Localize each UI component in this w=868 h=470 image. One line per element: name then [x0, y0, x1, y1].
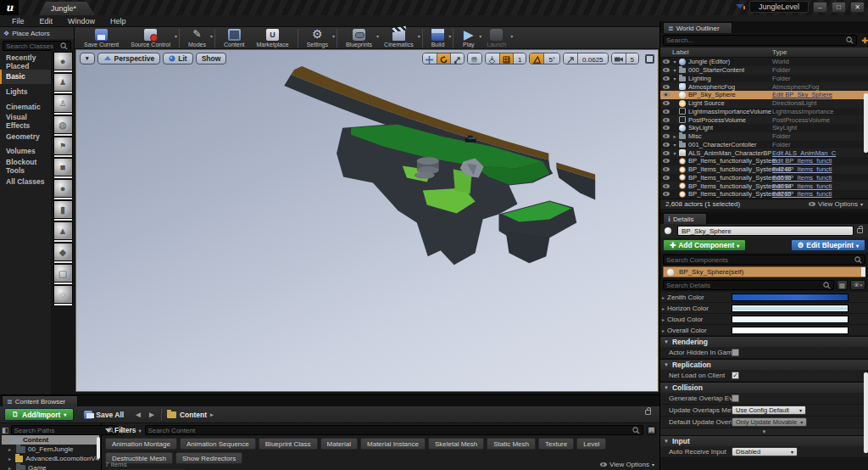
thumb-player-start-icon[interactable]: ⚑	[53, 137, 73, 155]
show-button[interactable]: Show	[196, 53, 227, 64]
lock-icon[interactable]	[857, 228, 863, 233]
actor-name-field[interactable]: BP_Sky_Sphere	[677, 226, 854, 236]
category-blockout-tools[interactable]: Blockout Tools	[0, 159, 51, 174]
visibility-eye-icon[interactable]	[663, 68, 670, 72]
content-search[interactable]	[145, 425, 643, 435]
section-replication[interactable]: ▼Replication	[660, 359, 868, 370]
visibility-eye-icon[interactable]	[663, 76, 670, 81]
visibility-eye-icon[interactable]	[663, 109, 670, 114]
outliner-row[interactable]: ▾001_CharacterContollerFolder	[660, 141, 868, 149]
filter-chip[interactable]: Material Instance	[360, 438, 426, 450]
add-component-button[interactable]: ✚ Add Component ▾	[663, 239, 746, 251]
blueprints-button[interactable]: Blueprints ▾	[340, 28, 378, 49]
filter-chip[interactable]: Skeletal Mesh	[428, 438, 484, 450]
actor-hidden-checkbox[interactable]	[732, 349, 739, 356]
outliner-row[interactable]: PostProcessVolumePostProcessVolume	[660, 115, 868, 124]
rotate-tool-button[interactable]	[437, 53, 450, 64]
thumb-empty-pawn-icon[interactable]: ♙	[53, 94, 73, 113]
property-row-overall[interactable]: Overall Color	[660, 325, 868, 336]
visibility-eye-icon[interactable]	[663, 59, 670, 64]
outliner-view-options[interactable]: View Options ▾	[809, 200, 863, 208]
thumb-cylinder-icon[interactable]: ▮	[53, 200, 73, 219]
outliner-row[interactable]: SkyLightSkyLight	[660, 124, 868, 132]
thumb-cone-icon[interactable]: ▲	[53, 221, 73, 240]
scale-snap-toggle[interactable]	[564, 53, 577, 64]
visibility-eye-icon[interactable]	[663, 184, 670, 188]
rotation-snap-value[interactable]: 5°	[543, 53, 559, 64]
outliner-row[interactable]: LightmassImportanceVolumeLightmassImport…	[660, 108, 868, 116]
edit-blueprint-link[interactable]: Edit BP_Sky_Sphere	[772, 91, 864, 98]
visibility-eye-icon[interactable]	[663, 85, 670, 89]
scale-snap-value[interactable]: 0.0625	[577, 53, 607, 64]
generate-overlap-checkbox[interactable]	[732, 394, 739, 402]
surface-snapping-button[interactable]	[468, 53, 481, 64]
visibility-eye-icon[interactable]	[663, 126, 670, 130]
filter-chip[interactable]: Animation Montage	[105, 438, 177, 450]
edit-blueprint-link[interactable]: Edit ALS_AnimMan_C	[772, 149, 864, 157]
save-all-button[interactable]: Save All	[79, 408, 129, 421]
category-geometry[interactable]: Geometry	[0, 129, 51, 144]
section-input[interactable]: ▼Input	[660, 435, 868, 446]
edit-blueprint-link[interactable]: Edit BP_Items_functi	[772, 174, 864, 182]
outliner-row[interactable]: AtmosphericFogAtmosphericFog	[660, 82, 868, 91]
viewport-options-button[interactable]: ▾	[80, 53, 95, 64]
thumb-point-light-icon[interactable]: ◍	[53, 115, 73, 134]
display-filter-eye-icon[interactable]: 👁▾	[850, 280, 865, 290]
outliner-row[interactable]: BP_Items_functionally_System8094Edit BP_…	[660, 182, 868, 190]
viewport-3d-scene[interactable]	[76, 50, 658, 392]
outliner-row[interactable]: BP_Items_functionally_SystemEdit BP_Item…	[660, 157, 868, 165]
tutorial-cap-icon[interactable]	[735, 3, 745, 10]
perspective-button[interactable]: Perspective	[97, 53, 161, 64]
filter-chip[interactable]: Level	[576, 438, 606, 450]
sources-scrollbar[interactable]	[97, 437, 100, 459]
details-scrollbar[interactable]	[864, 372, 868, 453]
outliner-scrollbar[interactable]	[864, 93, 868, 153]
breadcrumb[interactable]: Content ▸	[167, 411, 214, 419]
marketplace-button[interactable]: U Marketplace	[251, 28, 295, 49]
category-cinematic[interactable]: Cinematic	[0, 99, 51, 115]
edit-blueprint-button[interactable]: ⚙ Edit Blueprint ▾	[791, 239, 865, 251]
rotation-snap-toggle[interactable]	[530, 53, 543, 64]
sources-toggle-icon[interactable]: ◧	[2, 426, 9, 434]
save-current-button[interactable]: Save Current	[78, 28, 125, 49]
source-control-button[interactable]: Source Control ▾	[125, 28, 176, 49]
outliner-row[interactable]: BP_Items_functionally_System4246Edit BP_…	[660, 165, 868, 174]
filter-chip[interactable]: Animation Sequence	[180, 438, 256, 450]
restore-button[interactable]: □	[832, 2, 846, 13]
outliner-row[interactable]: ▾000_StarterContentFolder	[660, 66, 868, 75]
details-search-input[interactable]	[666, 282, 823, 289]
save-search-icon[interactable]: 🖪	[647, 426, 656, 435]
viewport[interactable]: ▾ Perspective Lit Show	[75, 49, 659, 392]
components-scrollbar[interactable]	[861, 267, 865, 277]
paths-search-input[interactable]	[14, 427, 108, 434]
property-row-horizon[interactable]: Horizon Color	[660, 303, 868, 314]
outliner-search[interactable]	[663, 35, 857, 46]
visibility-eye-icon[interactable]	[663, 159, 670, 163]
outliner-column-headers[interactable]: Label Type	[660, 48, 868, 58]
snap-plane-button[interactable]	[486, 53, 499, 64]
outliner-row[interactable]: ▾LightingFolder	[660, 75, 868, 83]
category-volumes[interactable]: Volumes	[0, 144, 51, 159]
thumb-cube-icon[interactable]: ■	[53, 158, 73, 176]
content-button[interactable]: Content	[218, 28, 251, 49]
auto-receive-input-dropdown[interactable]: Disabled▾	[732, 447, 798, 456]
visibility-eye-icon[interactable]	[663, 192, 670, 196]
scale-tool-button[interactable]	[450, 53, 464, 64]
outliner-row[interactable]: BP_Items_functionally_System8265Edit BP_…	[660, 190, 868, 199]
grid-snap-value[interactable]: 1	[513, 53, 526, 64]
category-all-classes[interactable]: All Classes	[0, 174, 51, 189]
outliner-row[interactable]: ▾Jungle (Editor)World	[660, 58, 868, 66]
forward-arrow-icon[interactable]: ►	[147, 410, 156, 419]
thumb-sphere-icon[interactable]: ●	[53, 179, 73, 198]
maximize-viewport-button[interactable]	[645, 54, 654, 64]
default-update-overlaps-dropdown[interactable]: Only Update Movable▾	[732, 417, 807, 427]
overall-color-swatch[interactable]	[732, 327, 849, 334]
outliner-row[interactable]: ▾ALS_AnimMan_CharacterBPEdit ALS_AnimMan…	[660, 148, 868, 157]
visibility-eye-icon[interactable]	[663, 118, 670, 122]
edit-blueprint-link[interactable]: Edit BP_Items_functi	[772, 157, 864, 165]
filter-chip[interactable]: Show Redirectors	[175, 452, 242, 464]
outliner-row[interactable]: ▸MiscFolder	[660, 132, 868, 141]
visibility-eye-icon[interactable]	[663, 134, 670, 138]
modes-button[interactable]: ✎ Modes ▾	[182, 28, 212, 49]
browser-view-options[interactable]: View Options ▾	[600, 461, 654, 468]
